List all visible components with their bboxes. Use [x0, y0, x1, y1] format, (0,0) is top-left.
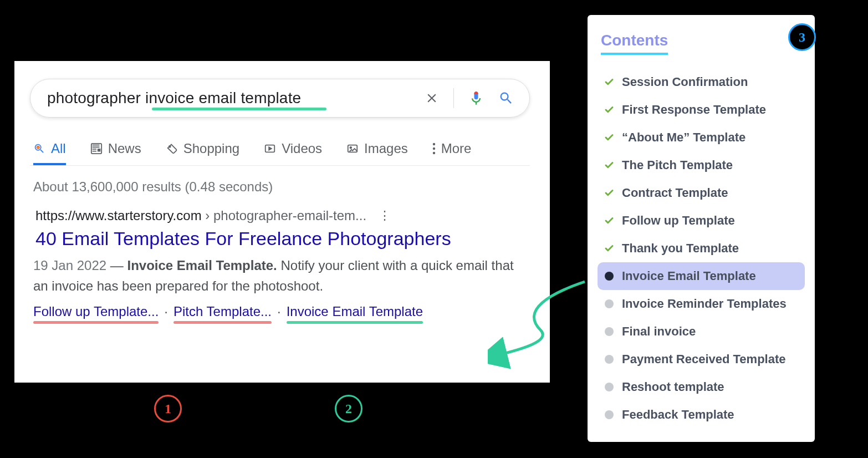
check-icon	[604, 160, 614, 170]
svg-point-1	[37, 146, 39, 148]
dot-icon	[604, 327, 614, 337]
check-icon	[604, 243, 614, 253]
jump-link-underline	[33, 321, 159, 324]
jump-link[interactable]: Pitch Template...	[173, 304, 272, 323]
svg-point-9	[433, 152, 435, 154]
toc-item[interactable]: Invoice Email Template	[598, 262, 805, 290]
tab-label: Images	[364, 141, 408, 156]
search-query-wrap: photographer invoice email template	[47, 89, 425, 107]
toc-list: Session ConfirmationFirst Response Templ…	[598, 68, 805, 429]
separator: ·	[163, 304, 169, 319]
toc-item-label: “About Me” Template	[622, 130, 746, 145]
serp-panel: photographer invoice email template AllN…	[14, 61, 550, 383]
toc-item[interactable]: The Pitch Template	[598, 151, 805, 179]
toc-item-label: Invoice Reminder Templates	[622, 297, 787, 311]
all-icon	[33, 143, 45, 155]
toc-item[interactable]: Reshoot template	[598, 373, 805, 401]
search-bar-icons	[425, 88, 514, 108]
badge-3: 3	[788, 23, 816, 51]
dot-icon	[604, 410, 614, 420]
toc-item[interactable]: First Response Template	[598, 96, 805, 124]
toc-item-label: Reshoot template	[622, 380, 724, 394]
serp-tab-images[interactable]: Images	[346, 138, 408, 165]
serp-tab-videos[interactable]: Videos	[264, 138, 322, 165]
jump-link[interactable]: Invoice Email Template	[287, 304, 423, 323]
badge-1: 1	[154, 395, 182, 423]
jump-link-underline	[287, 321, 423, 324]
tab-label: More	[441, 141, 472, 156]
search-icon[interactable]	[498, 90, 514, 106]
toc-item[interactable]: Contract Template	[598, 179, 805, 207]
toc-item-label: Contract Template	[622, 186, 728, 200]
toc-item-label: The Pitch Template	[622, 158, 733, 172]
check-icon	[604, 77, 614, 87]
result-description: 19 Jan 2022 — Invoice Email Template. No…	[33, 255, 530, 296]
jump-links: Follow up Template...·Pitch Template...·…	[33, 304, 530, 323]
toc-item-label: Payment Received Template	[622, 352, 786, 367]
serp-tabs: AllNewsShoppingVideosImagesMore	[30, 138, 530, 166]
svg-point-8	[433, 147, 435, 150]
tab-label: Shopping	[183, 141, 239, 156]
clear-icon[interactable]	[425, 91, 439, 105]
url-path: › photographer-email-tem...	[202, 208, 366, 223]
toc-title: Contents	[601, 32, 668, 55]
search-query[interactable]: photographer invoice email template	[47, 89, 301, 106]
svg-point-7	[433, 143, 435, 145]
check-icon	[604, 188, 614, 198]
tab-label: News	[108, 141, 141, 156]
toc-item[interactable]: Follow up Template	[598, 207, 805, 235]
toc-item-label: Follow up Template	[622, 213, 735, 228]
url-domain: https://www.starterstory.com	[35, 208, 202, 223]
toc-item[interactable]: Invoice Reminder Templates	[598, 290, 805, 318]
videos-icon	[264, 143, 276, 155]
more-icon	[432, 143, 436, 155]
result-title[interactable]: 40 Email Templates For Freelance Photogr…	[35, 228, 530, 250]
dot-icon	[604, 271, 614, 281]
dot-icon	[604, 354, 614, 364]
svg-point-3	[169, 146, 171, 147]
toc-panel: Contents Session ConfirmationFirst Respo…	[588, 15, 815, 442]
result-url[interactable]: https://www.starterstory.com › photograp…	[35, 208, 530, 223]
mic-icon[interactable]	[468, 90, 484, 106]
news-icon	[90, 143, 103, 155]
serp-tab-more[interactable]: More	[432, 138, 472, 165]
check-icon	[604, 216, 614, 226]
dot-icon	[604, 382, 614, 392]
tab-label: All	[51, 141, 66, 156]
dot-icon	[604, 299, 614, 309]
result-date: 19 Jan 2022	[33, 258, 106, 273]
divider	[453, 88, 454, 108]
toc-item-label: Session Confirmation	[622, 75, 748, 89]
serp-tab-shopping[interactable]: Shopping	[166, 138, 239, 165]
result-stats: About 13,600,000 results (0.48 seconds)	[30, 179, 530, 195]
shopping-icon	[166, 143, 178, 155]
separator: ·	[276, 304, 282, 319]
serp-tab-all[interactable]: All	[33, 138, 66, 165]
toc-item-label: Thank you Template	[622, 241, 739, 256]
toc-item[interactable]: Feedback Template	[598, 401, 805, 429]
toc-item-label: Invoice Email Template	[622, 269, 756, 283]
check-icon	[604, 105, 614, 115]
toc-item-label: Final invoice	[622, 324, 696, 339]
toc-item[interactable]: Thank you Template	[598, 235, 805, 262]
toc-item[interactable]: “About Me” Template	[598, 124, 805, 151]
images-icon	[346, 143, 359, 155]
toc-item-label: First Response Template	[622, 103, 766, 117]
search-bar[interactable]: photographer invoice email template	[30, 79, 530, 118]
toc-item[interactable]: Final invoice	[598, 318, 805, 345]
tab-label: Videos	[282, 141, 322, 156]
toc-item[interactable]: Session Confirmation	[598, 68, 805, 96]
check-icon	[604, 133, 614, 143]
serp-tab-news[interactable]: News	[90, 138, 141, 165]
jump-link[interactable]: Follow up Template...	[33, 304, 159, 323]
result-bold: Invoice Email Template.	[127, 258, 277, 273]
query-highlight	[152, 108, 326, 110]
toc-item[interactable]: Payment Received Template	[598, 345, 805, 373]
search-result: https://www.starterstory.com › photograp…	[30, 208, 530, 323]
svg-point-6	[350, 147, 351, 149]
jump-link-underline	[173, 321, 272, 324]
toc-item-label: Feedback Template	[622, 408, 734, 422]
badge-2: 2	[335, 395, 362, 423]
result-menu-icon[interactable]: ⋮	[376, 208, 393, 223]
